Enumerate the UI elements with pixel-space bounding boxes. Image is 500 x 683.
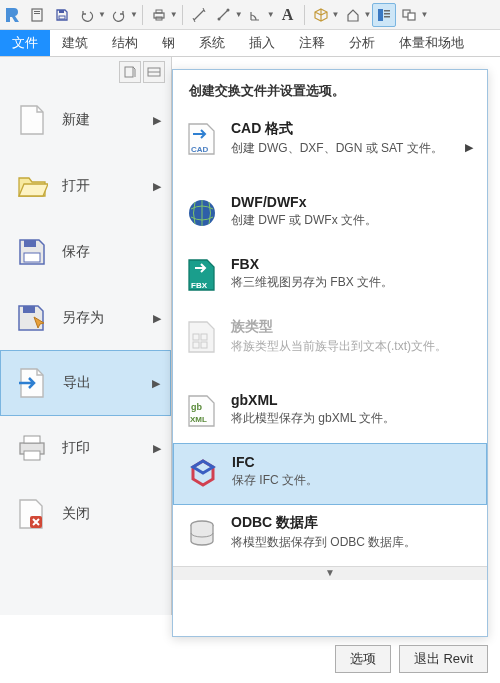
svg-text:CAD: CAD [191, 145, 209, 154]
revit-logo-icon [2, 4, 24, 26]
file-open[interactable]: 打开▶ [0, 153, 171, 219]
file-export[interactable]: 导出▶ [0, 350, 171, 416]
dropdown-arrow-icon[interactable]: ▼ [98, 10, 106, 19]
qat-properties-icon[interactable] [372, 3, 396, 27]
svg-rect-22 [24, 240, 36, 247]
family-types-icon [185, 320, 219, 354]
export-header: 创建交换文件并设置选项。 [173, 70, 487, 110]
dropdown-arrow-icon[interactable]: ▼ [267, 10, 275, 19]
dropdown-arrow-icon[interactable]: ▼ [420, 10, 428, 19]
exit-revit-button[interactable]: 退出 Revit [399, 645, 488, 673]
close-icon [16, 498, 48, 530]
ifc-icon [186, 456, 220, 490]
svg-rect-27 [24, 451, 40, 460]
submenu-arrow-icon: ▶ [153, 312, 161, 325]
dropdown-arrow-icon[interactable]: ▼ [364, 10, 372, 19]
ribbon-tabs: 文件 建筑 结构 钢 系统 插入 注释 分析 体量和场地 [0, 30, 500, 57]
export-submenu: 创建交换文件并设置选项。 CAD CAD 格式创建 DWG、DXF、DGN 或 … [172, 69, 488, 637]
file-menu-panel: 新建▶ 打开▶ 保存 另存为▶ 导出▶ 打印▶ 关闭 创建交换文件并设置选 [0, 57, 500, 683]
qat-redo-icon[interactable] [107, 3, 131, 27]
export-cad[interactable]: CAD CAD 格式创建 DWG、DXF、DGN 或 SAT 文件。 ▶ [173, 110, 487, 184]
tab-file[interactable]: 文件 [0, 30, 50, 56]
svg-rect-1 [34, 11, 40, 12]
svg-rect-15 [384, 13, 390, 15]
tab-massing[interactable]: 体量和场地 [387, 30, 476, 56]
dropdown-arrow-icon[interactable]: ▼ [332, 10, 340, 19]
file-saveas[interactable]: 另存为▶ [0, 285, 171, 351]
export-gbxml[interactable]: gbXML gbXML将此模型保存为 gbXML 文件。 [173, 382, 487, 444]
svg-rect-14 [384, 10, 390, 12]
file-print[interactable]: 打印▶ [0, 415, 171, 481]
svg-text:XML: XML [190, 415, 207, 424]
gbxml-icon: gbXML [185, 394, 219, 428]
qat-3dview-icon[interactable] [309, 3, 333, 27]
export-icon [17, 367, 49, 399]
fbx-icon: FBX [185, 258, 219, 292]
svg-rect-18 [408, 13, 415, 20]
submenu-arrow-icon: ▶ [152, 377, 160, 390]
saveas-icon [16, 302, 48, 334]
dropdown-arrow-icon[interactable]: ▼ [130, 10, 138, 19]
new-file-icon [16, 104, 48, 136]
tab-insert[interactable]: 插入 [237, 30, 287, 56]
qat-home-icon[interactable] [341, 3, 365, 27]
svg-rect-0 [32, 9, 42, 21]
tab-architecture[interactable]: 建筑 [50, 30, 100, 56]
qat-undo-icon[interactable] [75, 3, 99, 27]
svg-rect-2 [34, 13, 40, 14]
svg-rect-4 [59, 16, 65, 19]
cad-icon: CAD [185, 122, 219, 156]
options-button[interactable]: 选项 [335, 645, 391, 673]
submenu-arrow-icon: ▶ [153, 180, 161, 193]
qat-page-icon[interactable] [25, 3, 49, 27]
recent-docs-small-icon[interactable] [119, 61, 141, 83]
dropdown-arrow-icon[interactable]: ▼ [170, 10, 178, 19]
export-ifc[interactable]: IFC保存 IFC 文件。 [173, 443, 487, 505]
svg-rect-19 [125, 67, 133, 77]
qat-link-icon[interactable] [397, 3, 421, 27]
qat-dim-aligned-icon[interactable] [212, 3, 236, 27]
qat-text-icon[interactable]: A [276, 3, 300, 27]
svg-point-12 [226, 8, 229, 11]
tab-analyze[interactable]: 分析 [337, 30, 387, 56]
svg-rect-13 [378, 9, 383, 21]
submenu-arrow-icon: ▶ [465, 141, 473, 154]
svg-rect-6 [156, 10, 162, 13]
save-icon [16, 236, 48, 268]
svg-rect-3 [59, 10, 64, 13]
export-family-types: 族类型将族类型从当前族导出到文本(.txt)文件。 [173, 308, 487, 382]
tab-annotate[interactable]: 注释 [287, 30, 337, 56]
scroll-down-hint[interactable]: ▼ [173, 566, 487, 580]
file-menu-list: 新建▶ 打开▶ 保存 另存为▶ 导出▶ 打印▶ 关闭 [0, 57, 172, 615]
svg-rect-24 [23, 306, 35, 313]
svg-rect-23 [24, 253, 40, 262]
dropdown-arrow-icon[interactable]: ▼ [235, 10, 243, 19]
file-save[interactable]: 保存 [0, 219, 171, 285]
print-icon [16, 432, 48, 464]
svg-rect-26 [24, 436, 40, 443]
dwf-globe-icon [185, 196, 219, 230]
recent-docs-large-icon[interactable] [143, 61, 165, 83]
submenu-arrow-icon: ▶ [153, 442, 161, 455]
export-fbx[interactable]: FBX FBX将三维视图另存为 FBX 文件。 [173, 246, 487, 308]
file-menu-footer: 选项 退出 Revit [172, 639, 496, 679]
tab-systems[interactable]: 系统 [187, 30, 237, 56]
qat-save-icon[interactable] [50, 3, 74, 27]
odbc-database-icon [185, 516, 219, 550]
file-close[interactable]: 关闭 [0, 481, 171, 547]
file-new[interactable]: 新建▶ [0, 87, 171, 153]
quick-access-toolbar: ▼ ▼ ▼ ▼ ▼ A ▼ ▼ ▼ [0, 0, 500, 30]
submenu-arrow-icon: ▶ [153, 114, 161, 127]
qat-measure-icon[interactable] [187, 3, 211, 27]
svg-line-8 [194, 10, 204, 20]
open-folder-icon [16, 170, 48, 202]
export-odbc[interactable]: ODBC 数据库将模型数据保存到 ODBC 数据库。 [173, 504, 487, 566]
export-dwf[interactable]: DWF/DWFx创建 DWF 或 DWFx 文件。 [173, 184, 487, 246]
svg-text:gb: gb [191, 402, 202, 412]
tab-steel[interactable]: 钢 [150, 30, 187, 56]
qat-dim-angular-icon[interactable] [244, 3, 268, 27]
svg-rect-16 [384, 16, 390, 18]
tab-structure[interactable]: 结构 [100, 30, 150, 56]
qat-print-icon[interactable] [147, 3, 171, 27]
svg-text:FBX: FBX [191, 281, 208, 290]
